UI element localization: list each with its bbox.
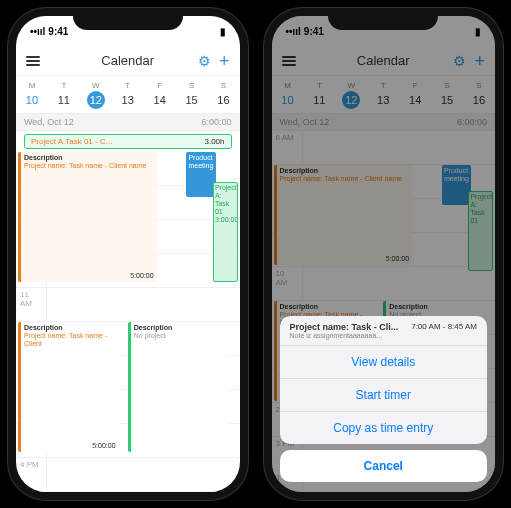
event-project-a[interactable]: Project A: Task 01 3:00:00 [213,182,238,282]
signal-icon: ••ııl 9:41 [30,26,68,37]
copy-as-time-entry-button[interactable]: Copy as time entry [280,412,488,444]
settings-icon[interactable]: ⚙ [198,53,211,69]
phone-left: ••ııl 9:41 ▮ Calendar ⚙ + M10 T11 W12 T1… [8,8,248,500]
cancel-group: Cancel [280,450,488,482]
day-thu[interactable]: T13 [112,76,144,113]
view-details-button[interactable]: View details [280,346,488,379]
cancel-button[interactable]: Cancel [280,450,488,482]
allday-date: Wed, Oct 12 [24,117,74,127]
sheet-header: Project name: Task - Cli... Note iz assi… [280,316,488,346]
start-timer-button[interactable]: Start timer [280,379,488,412]
event-product-meeting[interactable]: Product meeting [186,152,215,197]
add-icon[interactable]: + [219,52,230,70]
event-description-3[interactable]: Description No project [128,322,229,452]
day-fri[interactable]: F14 [144,76,176,113]
day-sun[interactable]: S16 [208,76,240,113]
day-sat[interactable]: S15 [176,76,208,113]
day-mon[interactable]: M10 [16,76,48,113]
action-sheet: Project name: Task - Cli... Note iz assi… [280,316,488,482]
phone-right: ••ııl9:41 ▮ Calendar ⚙+ M10 T11 W12 T13 … [264,8,504,500]
week-strip[interactable]: M10 T11 W12 T13 F14 S15 S16 [16,76,240,114]
sheet-note: Note iz assignmentaaaaaaa... [290,332,399,339]
menu-icon[interactable] [26,54,40,68]
day-tue[interactable]: T11 [48,76,80,113]
battery-icon: ▮ [220,26,226,37]
calendar-grid[interactable]: 7 AM 8 AM 9 AM 10 AM 11 AM 12 PM 1 PM 2 … [16,152,240,492]
allday-header: Wed, Oct 12 6:00:00 [16,114,240,131]
allday-time: 6:00:00 [201,117,231,127]
navbar: Calendar ⚙ + [16,46,240,76]
sheet-title: Project name: Task - Cli... [290,322,399,332]
page-title: Calendar [101,53,154,68]
allday-task[interactable]: Project A:Task 01 - C... 3.00h [24,134,232,149]
notch [328,8,438,30]
event-description-2[interactable]: Description Project name: Task name - Cl… [18,322,119,452]
notch [73,8,183,30]
sheet-group: Project name: Task - Cli... Note iz assi… [280,316,488,444]
sheet-time: 7:00 AM - 8:45 AM [411,322,477,331]
day-wed[interactable]: W12 [80,76,112,113]
event-description-1[interactable]: Description Project name: Task name - Cl… [18,152,157,282]
